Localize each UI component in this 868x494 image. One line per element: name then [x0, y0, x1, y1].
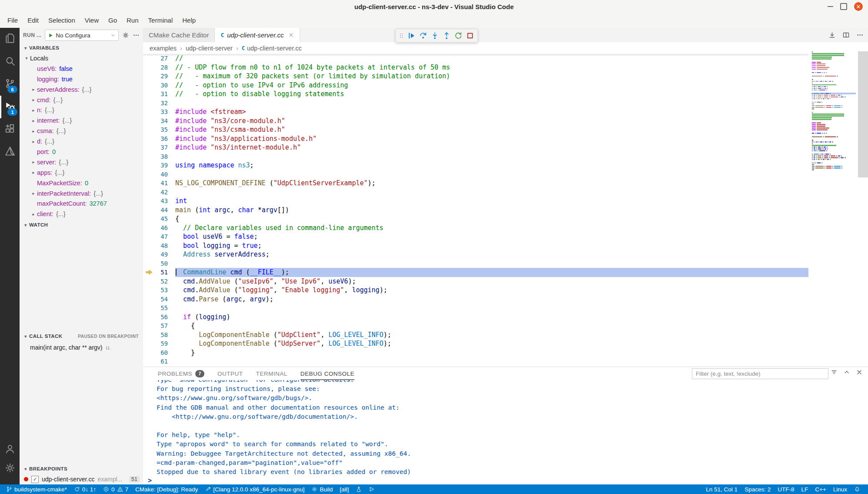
close-button[interactable]: ✕	[854, 2, 863, 11]
status-os-indicator[interactable]: Linux	[830, 484, 851, 494]
debug-console-output[interactable]: Type "show configuration" for configurat…	[143, 380, 868, 477]
drag-handle-icon[interactable]	[397, 32, 405, 39]
minimize-button[interactable]	[828, 6, 833, 7]
variable-interpacketinterval[interactable]: ▸interPacketInterval:{...}	[20, 188, 143, 199]
status-cmake-build-button[interactable]: Build	[308, 484, 336, 494]
code-line-30[interactable]: 30// - option to use IPv4 or IPv6 addres…	[143, 81, 808, 90]
stop-button[interactable]	[464, 30, 476, 42]
activitybar-account[interactable]	[0, 440, 20, 459]
callstack-frame[interactable]: main(int argc, char ** argv) u.	[20, 342, 143, 353]
continue-button[interactable]	[405, 30, 417, 42]
code-line-60[interactable]: 60 }	[143, 348, 808, 357]
code-line-31[interactable]: 31// - option to disable logging stateme…	[143, 90, 808, 99]
code-line-39[interactable]: 39using namespace ns3;	[143, 161, 808, 170]
status-cmake-kit[interactable]: [Clang 12.0.0 x86_64-pc-linux-gnu]	[201, 484, 308, 494]
status-git-branch[interactable]: buildsystem-cmake*	[3, 484, 70, 494]
menu-terminal[interactable]: Terminal	[144, 13, 178, 28]
code-line-37[interactable]: 37#include "ns3/internet-module.h"	[143, 143, 808, 152]
panel-tab-problems[interactable]: PROBLEMS7	[158, 367, 204, 380]
variable-server[interactable]: ▸server:{...}	[20, 157, 143, 167]
code-line-36[interactable]: 36#include "ns3/applications-module.h"	[143, 134, 808, 144]
variable-cmd[interactable]: ▸cmd:{...}	[20, 95, 143, 105]
variable-logging[interactable]: logging:true	[20, 74, 143, 84]
activitybar-search[interactable]	[0, 50, 20, 73]
close-panel-icon[interactable]	[856, 369, 863, 377]
variable-client[interactable]: ▸client:{...}	[20, 209, 143, 219]
callstack-section-header[interactable]: ▾ CALL STACK PAUSED ON BREAKPOINT	[20, 331, 143, 341]
activitybar-run-and-debug[interactable]: 1	[0, 96, 20, 118]
status-indentation[interactable]: Spaces: 2	[741, 484, 774, 494]
code-line-51[interactable]: 51 CommandLine cmd (__FILE__);	[143, 268, 808, 277]
code-line-48[interactable]: 48 bool logging = true;	[143, 241, 808, 250]
scrollbar-thumb[interactable]	[858, 51, 868, 177]
breadcrumb-item-udp-client-server-cc[interactable]: Cudp-client-server.cc	[242, 45, 302, 52]
panel-tab-output[interactable]: OUTPUT	[217, 367, 243, 380]
tab-close-icon[interactable]	[288, 32, 294, 38]
download-icon[interactable]	[828, 31, 836, 39]
code-line-57[interactable]: 57 {	[143, 321, 808, 330]
console-prompt[interactable]: >	[148, 477, 152, 484]
restart-button[interactable]	[452, 30, 464, 42]
panel-tab-debug-console[interactable]: DEBUG CONSOLE	[300, 367, 354, 380]
status-cursor-position[interactable]: Ln 51, Col 1	[702, 484, 741, 494]
breadcrumb-item-examples[interactable]: examples	[150, 45, 177, 52]
code-line-61[interactable]: 61	[143, 357, 808, 366]
status-problems[interactable]: 07	[100, 484, 132, 494]
activitybar-extensions[interactable]	[0, 118, 20, 141]
menu-edit[interactable]: Edit	[23, 13, 43, 28]
code-line-40[interactable]: 40	[143, 170, 808, 179]
filter-lines-icon[interactable]	[831, 369, 838, 377]
code-line-29[interactable]: 29// - maximum of 320 packets sent (or l…	[143, 72, 808, 81]
activitybar-explorer[interactable]	[0, 28, 20, 50]
variable-maxpacketsize[interactable]: MaxPacketSize:0	[20, 178, 143, 188]
debug-settings-gear-icon[interactable]	[122, 32, 129, 39]
code-line-28[interactable]: 28// - UDP flow from n0 to n1 of 1024 by…	[143, 63, 808, 72]
tab-udp-client-server-cc[interactable]: Cudp-client-server.cc	[215, 28, 300, 42]
debug-config-dropdown[interactable]: No Configura	[45, 30, 119, 41]
code-line-35[interactable]: 35#include "ns3/csma-module.h"	[143, 125, 808, 134]
variable-d[interactable]: ▸d:{...}	[20, 136, 143, 147]
code-line-53[interactable]: 53 cmd.AddValue ("logging", "Enable logg…	[143, 286, 808, 295]
editor-scrollbar[interactable]	[858, 42, 868, 367]
variable-n[interactable]: ▸n:{...}	[20, 105, 143, 115]
variable-usev6[interactable]: useV6:false	[20, 63, 143, 74]
code-line-46[interactable]: 46 // Declare variables used in command-…	[143, 224, 808, 233]
console-filter-input[interactable]	[692, 368, 828, 379]
status-encoding[interactable]: UTF-8	[774, 484, 798, 494]
status-notifications[interactable]	[851, 484, 864, 494]
code-line-47[interactable]: 47 bool useV6 = false;	[143, 232, 808, 241]
variable-serveraddress[interactable]: ▸serverAddress:{...}	[20, 84, 143, 95]
status-cmake-launch-button[interactable]	[365, 484, 378, 494]
code-line-54[interactable]: 54 cmd.Parse (argc, argv);	[143, 295, 808, 304]
menu-file[interactable]: File	[3, 13, 23, 28]
code-line-45[interactable]: 45{	[143, 214, 808, 224]
code-area[interactable]: 27//28// - UDP flow from n0 to n1 of 102…	[143, 54, 808, 367]
menu-run[interactable]: Run	[122, 13, 144, 28]
watch-section-header[interactable]: ▾ WATCH	[20, 220, 143, 230]
code-line-43[interactable]: 43int	[143, 197, 808, 206]
status-language-mode[interactable]: C++	[811, 484, 830, 494]
status-cmake-status[interactable]: CMake: [Debug]: Ready	[132, 484, 201, 494]
activitybar-settings[interactable]	[0, 459, 20, 478]
code-line-41[interactable]: 41NS_LOG_COMPONENT_DEFINE ("UdpClientSer…	[143, 179, 808, 188]
step-over-button[interactable]	[417, 30, 429, 42]
status-cmake-test-button[interactable]	[352, 484, 365, 494]
step-out-button[interactable]	[441, 30, 452, 42]
more-actions-icon[interactable]	[856, 31, 864, 39]
status-eol[interactable]: LF	[798, 484, 811, 494]
code-line-56[interactable]: 56 if (logging)	[143, 313, 808, 322]
variable-csma[interactable]: ▸csma:{...}	[20, 126, 143, 136]
status-cmake-target[interactable]: [all]	[336, 484, 352, 494]
tab-cmake-cache-editor[interactable]: CMake Cache Editor	[143, 28, 215, 42]
code-line-59[interactable]: 59 LogComponentEnable ("UdpServer", LOG_…	[143, 339, 808, 348]
variables-section-header[interactable]: ▾ VARIABLES	[20, 43, 143, 53]
code-line-44[interactable]: 44main (int argc, char *argv[])	[143, 206, 808, 215]
variable-internet[interactable]: ▸internet:{...}	[20, 115, 143, 126]
variable-locals[interactable]: ▾Locals	[20, 53, 143, 63]
breakpoints-section-header[interactable]: ▾ BREAKPOINTS	[20, 464, 143, 474]
variable-port[interactable]: port:0	[20, 147, 143, 157]
maximize-button[interactable]	[840, 3, 847, 10]
code-line-34[interactable]: 34#include "ns3/core-module.h"	[143, 117, 808, 126]
maximize-panel-icon[interactable]	[843, 369, 850, 377]
activitybar-cmake[interactable]	[0, 141, 20, 164]
